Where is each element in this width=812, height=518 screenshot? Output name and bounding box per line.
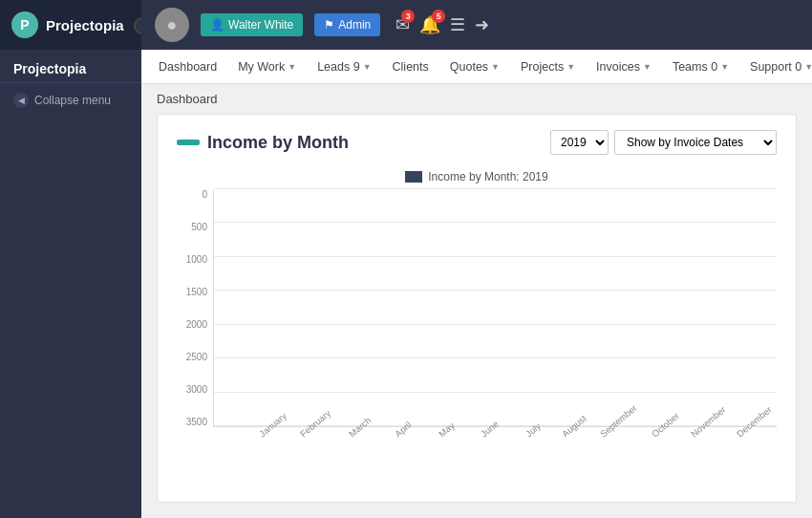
sidebar-logo-text: Projectopia [46,17,124,33]
grid-line [214,256,777,257]
x-label-wrap: June [464,431,507,442]
sidebar-logo: P Projectopia › [0,0,141,50]
collapse-menu-item[interactable]: ◀ Collapse menu [0,83,141,118]
nav-leads[interactable]: Leads 9 ▼ [308,50,380,84]
title-bar-icon [177,140,200,145]
nav-support[interactable]: Support 0 ▼ [740,50,812,84]
legend-color-box [405,171,422,183]
nav-projects[interactable]: Projects ▼ [511,50,585,84]
chart-legend: Income by Month: 2019 [177,170,777,183]
user-button[interactable]: 👤 Walter White [201,13,303,36]
card-title: Income by Month [177,133,349,153]
x-label-wrap: May [421,431,464,442]
card-controls: 2019 2018 2017 Show by Invoice Dates Sho… [550,130,777,155]
sidebar-app-name: Projectopia [0,50,141,83]
nav-leads-label: Leads 9 [317,60,359,74]
logout-icon[interactable]: ➜ [475,14,489,35]
teams-caret-icon: ▼ [720,62,729,72]
y-axis-label: 0 [202,189,207,200]
mywork-caret-icon: ▼ [288,62,296,72]
x-label-wrap: July [508,431,551,442]
y-axis-label: 3500 [186,417,207,427]
user-icon: 👤 [210,18,224,32]
navbar: Dashboard My Work ▼ Leads 9 ▼ Clients Qu… [141,50,812,84]
y-axis-label: 500 [191,222,207,232]
nav-projects-label: Projects [521,60,564,74]
x-label-wrap: January [249,431,292,442]
grid-line [214,290,777,291]
nav-mywork-label: My Work [238,60,285,74]
x-label-wrap: September [594,431,642,442]
bell-badge: 5 [432,10,445,23]
income-card: Income by Month 2019 2018 2017 Show by I… [157,114,797,503]
mail-icon-badge[interactable]: ✉ 3 [395,14,410,35]
y-axis-label: 2500 [186,352,207,362]
y-axis-label: 1000 [186,254,207,265]
y-axis-label: 1500 [186,287,207,297]
avatar: ● [155,8,189,42]
x-label-wrap: November [685,431,731,442]
mail-badge: 3 [401,10,415,23]
y-axis-label: 3000 [186,384,207,395]
admin-button[interactable]: ⚑ Admin [314,13,380,36]
nav-dashboard[interactable]: Dashboard [149,50,226,84]
x-label-wrap: December [731,431,777,442]
nav-teams[interactable]: Teams 0 ▼ [663,50,738,84]
chart-area: Income by Month: 2019 350030002500200015… [177,170,777,469]
collapse-arrow-icon: ◀ [13,93,29,108]
projects-caret-icon: ▼ [566,62,575,72]
x-label-wrap: October [642,431,685,442]
nav-invoices[interactable]: Invoices ▼ [587,50,661,84]
admin-label: Admin [338,18,371,32]
year-select[interactable]: 2019 2018 2017 [550,130,609,155]
nav-quotes[interactable]: Quotes ▼ [440,50,509,84]
leads-caret-icon: ▼ [363,62,372,72]
chart-plot [213,189,777,427]
bell-icon-badge[interactable]: 🔔 5 [419,14,440,35]
topbar: ● 👤 Walter White ⚑ Admin ✉ 3 🔔 5 ☰ ➜ [141,0,812,50]
grid-line [214,357,777,358]
x-label-wrap: August [551,431,594,442]
nav-support-label: Support 0 [750,60,801,74]
nav-invoices-label: Invoices [596,60,640,74]
user-name-label: Walter White [228,18,293,32]
collapse-menu-label: Collapse menu [34,94,111,107]
grid-line [214,392,777,393]
breadcrumb-text: Dashboard [157,92,218,106]
support-caret-icon: ▼ [804,62,812,72]
shield-icon: ⚑ [324,18,334,32]
grid-line [214,188,777,189]
x-label-wrap: February [292,431,335,442]
legend-label: Income by Month: 2019 [428,170,547,183]
invoices-caret-icon: ▼ [643,62,652,72]
card-title-text: Income by Month [207,133,349,153]
nav-teams-label: Teams 0 [673,60,717,74]
breadcrumb: Dashboard [141,84,812,114]
nav-clients-label: Clients [393,60,429,74]
logo-icon: P [11,11,38,38]
date-filter-select[interactable]: Show by Invoice Dates Show by Payment Da… [614,130,777,155]
filter-icon[interactable]: ☰ [450,14,465,35]
quotes-caret-icon: ▼ [491,62,500,72]
card-header: Income by Month 2019 2018 2017 Show by I… [177,130,777,155]
sidebar: P Projectopia › Projectopia ◀ Collapse m… [0,0,141,518]
content-area: Income by Month 2019 2018 2017 Show by I… [141,114,812,518]
chart-container: 3500300025002000150010005000 JanuaryFebr… [177,189,777,465]
x-labels: JanuaryFebruaryMarchAprilMayJuneJulyAugu… [213,427,777,465]
nav-clients[interactable]: Clients [383,50,438,84]
y-axis-label: 2000 [186,319,207,330]
y-axis: 3500300025002000150010005000 [177,189,213,427]
topbar-icons: ✉ 3 🔔 5 ☰ ➜ [395,14,489,35]
grid-line [214,324,777,325]
nav-mywork[interactable]: My Work ▼ [228,50,306,84]
x-label-wrap: March [335,431,378,442]
x-label-wrap: April [378,431,421,442]
nav-dashboard-label: Dashboard [159,60,217,74]
grid-line [214,222,777,223]
nav-quotes-label: Quotes [450,60,488,74]
main-area: ● 👤 Walter White ⚑ Admin ✉ 3 🔔 5 ☰ ➜ Das… [141,0,812,518]
